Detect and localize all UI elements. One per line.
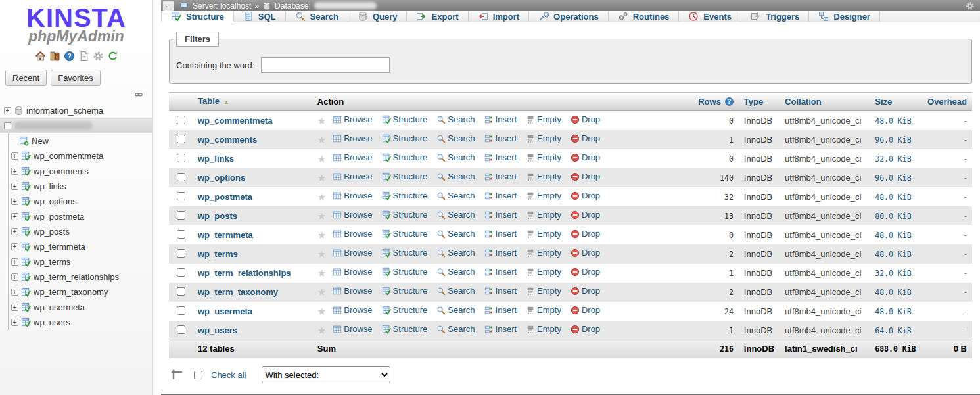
tab-routines[interactable]: Routines	[609, 11, 680, 22]
collapse-sidebar-button[interactable]: ←	[162, 0, 174, 11]
action-empty-link[interactable]: Empty	[526, 208, 561, 221]
action-empty-link[interactable]: Empty	[526, 151, 561, 164]
action-insert-link[interactable]: Insert	[484, 304, 517, 317]
expand-icon[interactable]: +	[11, 304, 18, 311]
action-insert-link[interactable]: Insert	[484, 189, 517, 202]
favorite-star-icon[interactable]: ★	[317, 287, 326, 298]
table-name-link[interactable]: wp_term_taxonomy	[198, 287, 278, 297]
table-name-link[interactable]: wp_usermeta	[198, 306, 252, 316]
action-browse-link[interactable]: Browse	[333, 113, 372, 126]
with-selected-dropdown[interactable]: With selected:	[262, 366, 390, 383]
row-checkbox[interactable]	[177, 173, 185, 181]
action-structure-link[interactable]: Structure	[382, 170, 428, 183]
action-insert-link[interactable]: Insert	[484, 323, 517, 336]
tree-item-wp_links[interactable]: + wp_links	[9, 179, 152, 194]
recent-button[interactable]: Recent	[5, 70, 47, 86]
favorite-star-icon[interactable]: ★	[317, 248, 326, 260]
action-drop-link[interactable]: Drop	[571, 323, 600, 336]
action-browse-link[interactable]: Browse	[333, 151, 372, 164]
check-all-checkbox[interactable]	[194, 371, 202, 379]
action-search-link[interactable]: Search	[436, 151, 475, 164]
action-drop-link[interactable]: Drop	[571, 189, 600, 202]
tree-item-wp_term_taxonomy[interactable]: + wp_term_taxonomy	[9, 285, 152, 300]
tab-import[interactable]: Import	[469, 11, 529, 22]
action-search-link[interactable]: Search	[436, 208, 475, 221]
row-checkbox[interactable]	[177, 116, 185, 124]
action-empty-link[interactable]: Empty	[526, 170, 561, 183]
action-structure-link[interactable]: Structure	[382, 246, 428, 260]
action-insert-link[interactable]: Insert	[484, 227, 517, 241]
favorites-button[interactable]: Favorites	[51, 70, 100, 86]
tree-item-information-schema[interactable]: + information_schema	[0, 103, 152, 118]
tree-item-wp_options[interactable]: + wp_options	[9, 194, 152, 209]
action-drop-link[interactable]: Drop	[571, 132, 600, 145]
action-search-link[interactable]: Search	[436, 170, 475, 183]
action-search-link[interactable]: Search	[436, 132, 475, 145]
action-structure-link[interactable]: Structure	[382, 266, 428, 279]
row-checkbox[interactable]	[177, 230, 185, 239]
tab-triggers[interactable]: Triggers	[741, 11, 809, 22]
expand-icon[interactable]: +	[11, 228, 18, 235]
favorite-star-icon[interactable]: ★	[317, 210, 326, 221]
favorite-star-icon[interactable]: ★	[317, 325, 326, 336]
row-checkbox[interactable]	[177, 287, 185, 296]
tab-operations[interactable]: Operations	[529, 11, 609, 22]
action-browse-link[interactable]: Browse	[333, 246, 372, 260]
header-size[interactable]: Size	[870, 93, 922, 111]
header-type[interactable]: Type	[739, 93, 780, 111]
tab-designer[interactable]: Designer	[809, 11, 880, 22]
row-checkbox[interactable]	[177, 135, 185, 143]
favorite-star-icon[interactable]: ★	[317, 172, 326, 183]
table-name-link[interactable]: wp_users	[198, 325, 237, 335]
expand-icon[interactable]: +	[11, 183, 18, 190]
tab-structure[interactable]: Structure	[161, 11, 234, 22]
expand-icon[interactable]: +	[11, 289, 18, 296]
logout-icon[interactable]	[49, 51, 60, 62]
action-empty-link[interactable]: Empty	[526, 304, 561, 317]
action-structure-link[interactable]: Structure	[382, 189, 428, 202]
tab-search[interactable]: Search	[286, 11, 348, 22]
action-drop-link[interactable]: Drop	[571, 170, 600, 183]
tree-item-wp_commentmeta[interactable]: + wp_commentmeta	[9, 149, 152, 164]
action-browse-link[interactable]: Browse	[333, 132, 372, 145]
expand-icon[interactable]: +	[4, 107, 11, 114]
favorite-star-icon[interactable]: ★	[317, 267, 326, 279]
docs-icon[interactable]	[78, 51, 89, 62]
action-search-link[interactable]: Search	[436, 285, 475, 298]
expand-icon[interactable]: +	[11, 243, 18, 250]
action-browse-link[interactable]: Browse	[333, 266, 372, 279]
action-insert-link[interactable]: Insert	[484, 285, 517, 298]
expand-icon[interactable]: +	[11, 273, 18, 281]
action-empty-link[interactable]: Empty	[526, 189, 561, 202]
action-drop-link[interactable]: Drop	[571, 151, 600, 164]
table-name-link[interactable]: wp_postmeta	[198, 192, 252, 202]
favorite-star-icon[interactable]: ★	[317, 115, 326, 126]
action-browse-link[interactable]: Browse	[333, 189, 372, 202]
favorite-star-icon[interactable]: ★	[317, 229, 326, 241]
help-icon[interactable]	[64, 51, 75, 62]
action-empty-link[interactable]: Empty	[526, 132, 561, 145]
action-browse-link[interactable]: Browse	[333, 170, 372, 183]
action-structure-link[interactable]: Structure	[382, 151, 428, 164]
header-overhead[interactable]: Overhead	[922, 93, 972, 111]
collapse-icon[interactable]: −	[4, 122, 11, 129]
tree-item-current-database[interactable]: −	[0, 118, 152, 133]
tree-item-wp_postmeta[interactable]: + wp_postmeta	[9, 209, 152, 224]
header-rows[interactable]: Rows?	[693, 93, 739, 111]
action-structure-link[interactable]: Structure	[382, 208, 428, 221]
row-checkbox[interactable]	[177, 268, 185, 277]
action-browse-link[interactable]: Browse	[333, 285, 372, 298]
favorite-star-icon[interactable]: ★	[317, 153, 326, 164]
expand-icon[interactable]: +	[11, 152, 18, 160]
action-structure-link[interactable]: Structure	[382, 304, 428, 317]
action-insert-link[interactable]: Insert	[484, 151, 517, 164]
action-browse-link[interactable]: Browse	[333, 323, 372, 336]
table-name-link[interactable]: wp_term_relationships	[198, 268, 291, 278]
expand-icon[interactable]: +	[11, 198, 18, 205]
home-icon[interactable]	[35, 51, 46, 62]
action-drop-link[interactable]: Drop	[571, 246, 600, 260]
favorite-star-icon[interactable]: ★	[317, 134, 326, 145]
action-drop-link[interactable]: Drop	[571, 208, 600, 221]
tree-item-new-table[interactable]: New	[9, 133, 152, 149]
action-search-link[interactable]: Search	[436, 246, 475, 260]
